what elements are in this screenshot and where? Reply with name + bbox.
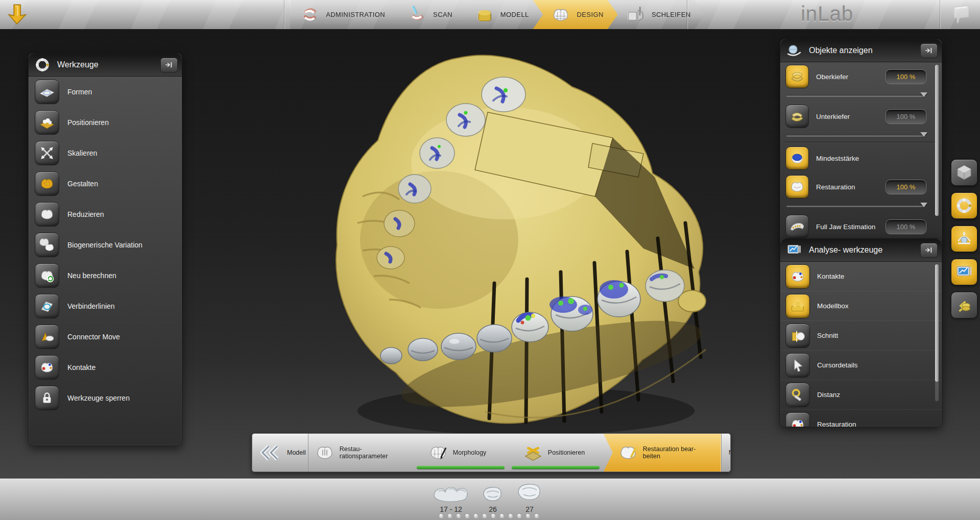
tool-item-biogenerische-variation[interactable]: Biogenerische Variation xyxy=(29,230,182,260)
tool-item-gestalten[interactable]: Gestalten xyxy=(29,168,182,199)
gold-model-icon xyxy=(474,4,495,26)
opacity-value-chip[interactable]: 100 % xyxy=(886,69,926,84)
page-dot[interactable] xyxy=(509,513,513,517)
page-dot[interactable] xyxy=(448,513,452,517)
analysis-item-label: Kontakte xyxy=(817,273,844,280)
tool-item-formen[interactable]: Formen xyxy=(29,77,182,107)
tool-item-neu-berechnen[interactable]: Neu berechnen xyxy=(29,260,182,291)
collapse-objects-panel-button[interactable] xyxy=(920,43,938,58)
opacity-value-chip[interactable]: 100 % xyxy=(886,219,926,234)
analysis-item-schnitt[interactable]: Schnitt xyxy=(780,321,942,351)
analysis-monitor-icon xyxy=(954,262,974,282)
analysis-scrollbar[interactable] xyxy=(935,264,939,401)
phase-tabs: ADMINISTRATIONSCANMODELLDESIGNSCHLEIFEN xyxy=(290,0,705,29)
opacity-value-chip[interactable]: 100 % xyxy=(886,109,926,124)
tab-modell[interactable]: MODELL xyxy=(457,0,543,29)
step-progress-bar xyxy=(417,466,505,469)
opacity-value-chip[interactable]: 100 % xyxy=(886,180,926,194)
analysis-item-modellbox[interactable]: Modellbox xyxy=(780,291,942,321)
page-dot[interactable] xyxy=(526,513,530,517)
app-logo: inLab xyxy=(801,2,853,26)
tab-label: MODELL xyxy=(500,11,529,18)
analysis-item-label: Restauration xyxy=(817,420,856,427)
page-dot[interactable] xyxy=(465,513,469,517)
tool-item-skalieren[interactable]: Skalieren xyxy=(29,138,182,168)
opacity-slider[interactable] xyxy=(786,131,925,140)
step-restau-rationsparameter[interactable]: Restau-rationsparameter xyxy=(308,434,423,472)
tool-item-positionieren[interactable]: Positionieren xyxy=(29,107,182,138)
tab-scan[interactable]: SCAN xyxy=(389,0,467,29)
tool-item-kontakte[interactable]: Kontakte xyxy=(29,352,182,383)
tab-design[interactable]: DESIGN xyxy=(533,0,617,29)
analysis-item-distanz[interactable]: Distanz xyxy=(780,380,942,410)
analysis-panel: Analyse- werkzeuge KontakteModellboxSchn… xyxy=(780,238,942,427)
tool-item-reduzieren[interactable]: Reduzieren xyxy=(29,199,182,230)
side-button-jaw-arc-icon[interactable] xyxy=(951,226,977,252)
tool-item-label: Connector Move xyxy=(67,333,120,341)
step-label: Morphology xyxy=(453,449,486,456)
object-item-unterkiefer[interactable]: Unterkiefer100 % xyxy=(780,102,942,131)
page-dot[interactable] xyxy=(483,513,487,517)
analysis-item-cursordetails[interactable]: Cursordetails xyxy=(780,351,942,380)
connector-move-icon xyxy=(35,325,59,349)
tools-panel-title: Werkzeuge xyxy=(57,60,154,69)
step-morphology[interactable]: Morphology xyxy=(414,434,518,472)
side-button-view-cube-icon[interactable] xyxy=(951,159,977,186)
tooth-selector-17-12[interactable]: 17 - 12 xyxy=(432,481,470,513)
tab-administration[interactable]: ADMINISTRATION xyxy=(290,0,399,29)
object-item-full-jaw-estimation[interactable]: Full Jaw Estimation100 % xyxy=(780,212,942,241)
jaw-globe-icon xyxy=(785,42,803,59)
side-button-tool-wheel-icon[interactable] xyxy=(951,192,977,219)
tool-item-label: Skalieren xyxy=(67,149,97,157)
object-item-label: Unterkiefer xyxy=(816,113,878,120)
analysis-item-label: Schnitt xyxy=(817,332,838,339)
analysis-item-restauration[interactable]: Restauration xyxy=(780,410,942,427)
tool-item-werkzeuge-sperren[interactable]: Werkzeuge sperren xyxy=(29,383,182,413)
tool-item-label: Neu berechnen xyxy=(67,271,116,280)
gold-back-arrow-icon[interactable] xyxy=(5,2,29,27)
top-bar: ADMINISTRATIONSCANMODELLDESIGNSCHLEIFEN … xyxy=(0,0,980,29)
tool-item-label: Positionieren xyxy=(67,118,109,127)
page-dot[interactable] xyxy=(457,513,461,517)
page-dot[interactable] xyxy=(535,513,539,517)
tab-schleifen[interactable]: SCHLEIFEN xyxy=(608,0,705,29)
step-forward-mill[interactable]: Mill xyxy=(721,434,731,472)
tooth-pencil-icon xyxy=(617,441,639,464)
page-dot[interactable] xyxy=(491,513,495,517)
restoration-crown-icon xyxy=(785,175,809,199)
connector-lines-icon xyxy=(35,294,59,318)
opacity-slider[interactable] xyxy=(786,91,925,100)
milling-unit-icon xyxy=(625,4,647,26)
analysis-item-kontakte[interactable]: Kontakte xyxy=(780,262,942,291)
object-item-restauration[interactable]: Restauration100 % xyxy=(780,172,942,201)
articulator-icon xyxy=(954,295,974,315)
step-positionieren[interactable]: Positionieren xyxy=(509,434,613,472)
tooth-selector-label: 17 - 12 xyxy=(440,505,462,513)
side-toolbar xyxy=(951,159,977,318)
tab-label: DESIGN xyxy=(577,11,603,18)
tooth-selector-27[interactable]: 27 xyxy=(515,479,544,513)
tool-item-connector-move[interactable]: Connector Move xyxy=(29,321,182,352)
collapse-analysis-panel-button[interactable] xyxy=(920,243,938,258)
page-dot[interactable] xyxy=(517,513,521,517)
side-button-analysis-monitor-icon[interactable] xyxy=(951,259,977,285)
position-tray-icon xyxy=(35,110,59,135)
tooth-selector-26[interactable]: 26 xyxy=(481,482,505,513)
tool-item-verbinderlinien[interactable]: Verbinderlinien xyxy=(29,291,182,321)
page-dot[interactable] xyxy=(474,513,478,517)
denture-icon xyxy=(299,4,321,26)
object-item-oberkiefer[interactable]: Oberkiefer100 % xyxy=(780,62,942,91)
opacity-slider[interactable] xyxy=(786,201,925,210)
viewport-stage: Werkzeuge FormenPositionierenSkalierenGe… xyxy=(0,29,980,478)
glass-bubble-icon[interactable] xyxy=(945,2,975,27)
object-item-mindestst-rke[interactable]: Mindeststärke xyxy=(780,144,942,172)
side-button-articulator-icon[interactable] xyxy=(951,292,977,318)
page-dot[interactable] xyxy=(500,513,504,517)
step-restauration-bear-beiten[interactable]: Restauration bear-beiten xyxy=(604,434,721,472)
page-dot[interactable] xyxy=(439,513,443,517)
step-back-modell[interactable]: Modell xyxy=(252,434,308,472)
objects-scrollbar[interactable] xyxy=(935,65,939,216)
model-3d-viewport[interactable] xyxy=(286,43,735,447)
tool-item-label: Verbinderlinien xyxy=(67,302,115,310)
collapse-tools-panel-button[interactable] xyxy=(160,58,178,72)
